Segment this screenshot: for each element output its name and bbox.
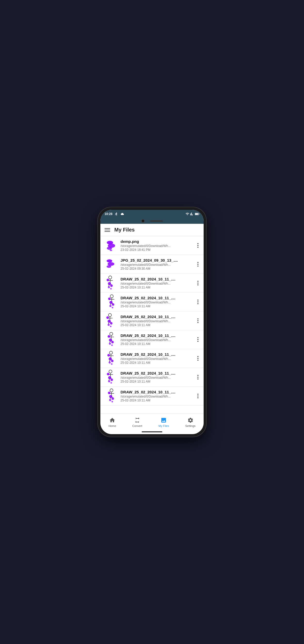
svg-point-29 <box>112 307 113 308</box>
dot-3 <box>197 303 198 304</box>
wifi-icon <box>186 212 189 216</box>
file-path: /storage/emulated/0/Download/Wh... <box>121 395 193 398</box>
svg-point-58 <box>109 361 111 364</box>
file-info: DRAW_25_02_2024_10_11_.... /storage/emul… <box>121 296 193 308</box>
more-options-button[interactable] <box>196 242 200 249</box>
svg-point-68 <box>108 380 110 382</box>
file-path: /storage/emulated/0/Download/Wh... <box>121 319 193 323</box>
battery-icon <box>195 212 199 216</box>
svg-point-56 <box>109 357 112 360</box>
file-path: /storage/emulated/0/Download/Wh... <box>121 376 193 379</box>
svg-point-16 <box>108 282 111 285</box>
dot-2 <box>197 377 198 378</box>
more-options-button[interactable] <box>196 354 200 362</box>
dot-2 <box>197 339 198 340</box>
convert-label: Convert <box>132 424 142 427</box>
settings-label: Settings <box>185 424 196 427</box>
more-options-button[interactable] <box>196 373 200 381</box>
list-item[interactable]: DRAW_25_02_2024_10_11_.... /storage/emul… <box>100 387 204 406</box>
dot-2 <box>197 395 198 397</box>
phone-frame: 10:28 <box>98 207 206 437</box>
svg-point-59 <box>111 363 113 365</box>
dot-1 <box>197 375 198 376</box>
dot-1 <box>197 356 198 357</box>
file-name: DRAW_25_02_2024_10_11_.... <box>121 315 193 319</box>
file-thumbnail <box>104 370 117 384</box>
list-item[interactable]: JPG_25_02_2024_09_30_13_.... /storage/em… <box>100 255 204 274</box>
more-options-button[interactable] <box>196 279 200 287</box>
list-item[interactable]: DRAW_25_02_2024_10_11_.... /storage/emul… <box>100 293 204 311</box>
svg-point-50 <box>109 351 113 354</box>
file-info: DRAW_25_02_2024_10_11_.... /storage/emul… <box>121 315 193 327</box>
more-options-button[interactable] <box>196 260 200 268</box>
signal-icon <box>190 212 194 216</box>
dot-3 <box>197 341 198 342</box>
svg-point-60 <box>109 370 112 373</box>
dot-2 <box>197 245 198 246</box>
svg-point-40 <box>110 332 113 335</box>
more-options-button[interactable] <box>196 336 200 343</box>
list-item[interactable]: demp.png /storage/emulated/0/Download/Wh… <box>100 236 204 255</box>
file-name: demp.png <box>121 239 193 244</box>
file-thumbnail <box>104 389 117 403</box>
dot-1 <box>197 281 198 282</box>
file-name: DRAW_25_02_2024_10_11_.... <box>121 296 193 300</box>
svg-point-47 <box>111 341 114 343</box>
more-options-button[interactable] <box>196 317 200 325</box>
list-item[interactable]: DRAW_25_02_2024_10_11_.... /storage/emul… <box>100 330 204 349</box>
file-path: /storage/emulated/0/Download/Wh... <box>121 357 193 361</box>
file-path: /storage/emulated/0/Download/Wh... <box>121 244 193 248</box>
file-info: DRAW_25_02_2024_10_11_.... /storage/emul… <box>121 333 193 346</box>
svg-point-37 <box>110 322 113 325</box>
svg-point-39 <box>110 326 111 327</box>
nav-item-myfiles[interactable]: My Files <box>155 416 172 428</box>
dot-3 <box>197 247 198 248</box>
list-item[interactable]: DRAW_25_02_2024_10_11_.... /storage/emul… <box>100 311 204 330</box>
dot-3 <box>197 360 198 361</box>
list-item[interactable]: DRAW_25_02_2024_10_11_.... /storage/emul… <box>100 274 204 293</box>
svg-point-69 <box>110 382 112 384</box>
convert-icon <box>134 417 141 424</box>
menu-button[interactable] <box>105 228 110 232</box>
more-options-button[interactable] <box>196 392 200 400</box>
home-indicator <box>142 431 162 432</box>
file-thumbnail <box>104 276 117 290</box>
dot-3 <box>197 266 198 267</box>
file-path: /storage/emulated/0/Download/Wh... <box>121 263 193 267</box>
file-date: 25-02-2024 10:11 AM <box>121 286 193 289</box>
dot-1 <box>197 243 198 244</box>
file-name: JPG_25_02_2024_09_30_13_.... <box>121 258 193 262</box>
file-date: 23-02-2024 18:41 PM <box>121 248 193 252</box>
file-name: DRAW_25_02_2024_10_11_.... <box>121 277 193 281</box>
svg-point-19 <box>110 288 112 290</box>
svg-rect-2 <box>195 213 198 214</box>
svg-point-48 <box>109 343 111 345</box>
file-thumbnail <box>104 258 117 271</box>
file-date: 25-02-2024 10:11 AM <box>121 304 193 308</box>
nav-item-convert[interactable]: Convert <box>129 416 146 428</box>
more-options-button[interactable] <box>196 298 200 306</box>
file-info: DRAW_25_02_2024_10_11_.... /storage/emul… <box>121 352 193 365</box>
list-item[interactable]: DRAW_25_02_2024_10_11_.... /storage/emul… <box>100 349 204 368</box>
svg-point-25 <box>108 298 111 300</box>
nav-item-settings[interactable]: Settings <box>182 416 199 428</box>
list-item[interactable]: DRAW_25_02_2024_10_11_.... /storage/emul… <box>100 368 204 387</box>
file-info: demp.png /storage/emulated/0/Download/Wh… <box>121 239 193 252</box>
svg-point-5 <box>107 247 112 250</box>
file-date: 25-02-2024 09:30 AM <box>121 267 193 270</box>
svg-rect-1 <box>199 214 199 214</box>
svg-point-35 <box>106 316 109 319</box>
speaker-bar <box>150 220 163 222</box>
file-name: DRAW_25_02_2024_10_11_.... <box>121 352 193 357</box>
file-thumbnail <box>104 295 117 309</box>
dot-1 <box>197 262 198 263</box>
svg-point-65 <box>107 373 109 375</box>
file-info: JPG_25_02_2024_09_30_13_.... /storage/em… <box>121 258 193 270</box>
file-name: DRAW_25_02_2024_10_11_.... <box>121 333 193 338</box>
nav-item-home[interactable]: Home <box>105 416 119 428</box>
svg-point-79 <box>111 401 113 402</box>
svg-point-27 <box>112 303 114 306</box>
file-info: DRAW_25_02_2024_10_11_.... /storage/emul… <box>121 390 193 402</box>
svg-point-76 <box>109 395 112 398</box>
svg-point-7 <box>107 259 112 262</box>
